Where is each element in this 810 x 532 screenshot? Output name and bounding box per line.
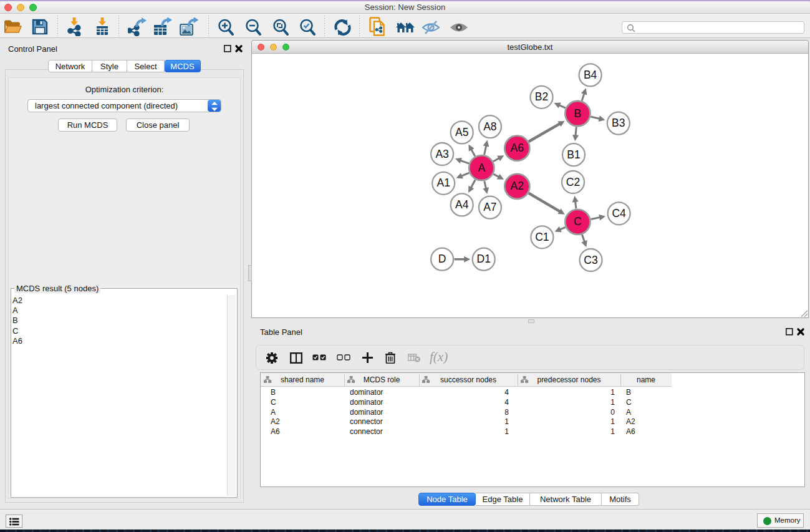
svg-text:A4: A4 xyxy=(455,198,469,211)
svg-text:A2: A2 xyxy=(511,180,524,192)
svg-text:C3: C3 xyxy=(584,254,597,266)
svg-text:A3: A3 xyxy=(435,148,448,160)
svg-text:C1: C1 xyxy=(535,231,549,243)
svg-text:A8: A8 xyxy=(483,120,496,133)
svg-text:A: A xyxy=(478,162,485,174)
svg-text:C: C xyxy=(574,215,582,228)
svg-text:D: D xyxy=(438,253,446,265)
svg-text:A1: A1 xyxy=(436,177,450,189)
svg-text:A7: A7 xyxy=(483,201,496,213)
svg-text:B4: B4 xyxy=(584,69,597,81)
svg-text:A6: A6 xyxy=(511,142,524,154)
svg-text:B: B xyxy=(574,107,582,120)
svg-text:D1: D1 xyxy=(477,253,491,265)
svg-text:A5: A5 xyxy=(455,126,468,138)
svg-text:C4: C4 xyxy=(612,207,626,220)
svg-text:B2: B2 xyxy=(535,90,548,103)
svg-text:C2: C2 xyxy=(566,176,580,188)
svg-text:B3: B3 xyxy=(612,117,625,129)
svg-text:B1: B1 xyxy=(567,148,580,161)
